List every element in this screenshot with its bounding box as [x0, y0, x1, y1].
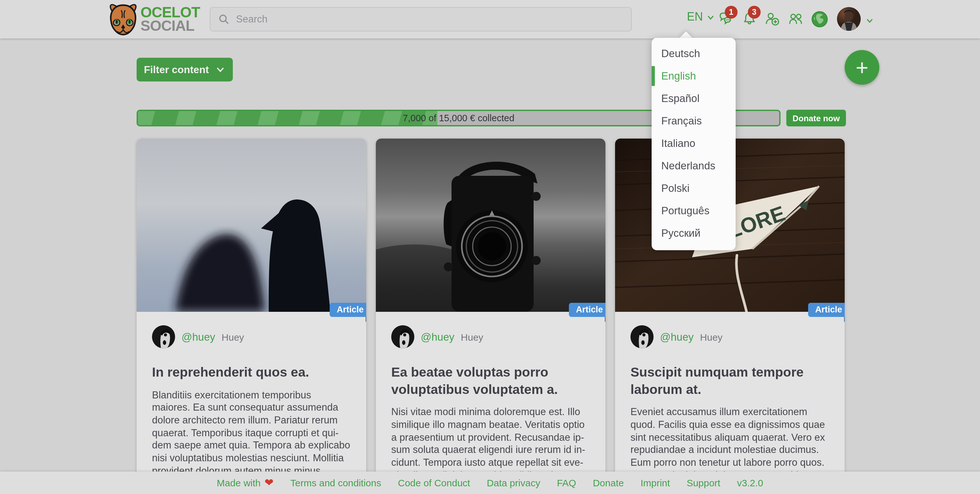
footer-link-faq[interactable]: FAQ [557, 477, 576, 488]
author-name: Huey [700, 331, 722, 342]
profile-avatar[interactable] [837, 7, 861, 31]
filter-content-label: Filter content [144, 64, 209, 75]
post-title[interactable]: Suscipit numquam tempore laborum at. [630, 364, 829, 398]
article-badge-fold [366, 317, 366, 322]
author-avatar [391, 325, 414, 348]
author-avatar [152, 325, 175, 348]
language-option-nederlands[interactable]: Nederlands [652, 155, 736, 177]
article-badge-label: Article [330, 303, 366, 317]
chat-count-badge: 1 [725, 6, 738, 19]
plus-icon: + [856, 55, 869, 80]
article-badge[interactable]: Article [569, 303, 605, 317]
article-badge[interactable]: Article [808, 303, 845, 317]
footer: Made with ❤ Terms and conditions Code of… [0, 472, 980, 494]
made-with-love: Made with ❤ [217, 476, 274, 489]
top-navbar: OCELOT SOCIAL EN 1 [0, 0, 980, 38]
brand-name: OCELOT SOCIAL [140, 6, 200, 33]
profile-chevron-icon[interactable] [865, 15, 875, 25]
author-handle: @huey [421, 331, 454, 343]
notification-count-badge: 3 [748, 6, 760, 19]
author-avatar [630, 325, 654, 348]
language-code: EN [687, 10, 703, 24]
made-with-label: Made with [217, 477, 261, 488]
language-option-italiano[interactable]: Italiano [652, 132, 736, 155]
post-body: @huey Huey Ea beatae voluptas porro volu… [376, 312, 605, 494]
language-option-english[interactable]: English [652, 65, 736, 87]
world-button[interactable] [811, 10, 829, 28]
language-menu: Deutsch English Español Français Italian… [652, 38, 736, 250]
groups-button[interactable] [788, 11, 803, 27]
article-badge-label: Article [569, 303, 605, 317]
post-title[interactable]: In reprehenderit quos ea. [152, 364, 351, 381]
post-card: Article @huey Huey In reprehenderit quos… [137, 139, 366, 494]
chat-button[interactable]: 1 [718, 11, 734, 27]
language-option-francais[interactable]: Français [652, 110, 736, 132]
language-option-deutsch[interactable]: Deutsch [652, 42, 736, 65]
footer-link-support[interactable]: Support [687, 477, 720, 488]
footer-link-donate[interactable]: Donate [593, 477, 624, 488]
author-handle: @huey [181, 331, 215, 343]
footer-link-imprint[interactable]: Imprint [640, 477, 670, 488]
post-body: @huey Huey In reprehenderit quos ea. Bla… [137, 312, 366, 494]
language-option-polski[interactable]: Polski [652, 177, 736, 199]
search-input[interactable] [236, 13, 624, 25]
page: OCELOT SOCIAL EN 1 [0, 0, 980, 494]
author-name: Huey [221, 331, 244, 342]
article-badge-fold [844, 317, 845, 322]
profile-avatar-image [837, 7, 861, 31]
filter-content-button[interactable]: Filter content [137, 58, 233, 81]
language-option-russkij[interactable]: Русский [652, 222, 736, 244]
post-title[interactable]: Ea beatae voluptas porro voluptatibus vo… [391, 364, 590, 398]
brand-line2: SOCIAL [140, 19, 200, 33]
language-option-espanol[interactable]: Español [652, 87, 736, 110]
globe-icon [811, 10, 829, 28]
article-badge[interactable]: Article [330, 303, 366, 317]
donate-now-button[interactable]: Donate now [786, 110, 846, 126]
brand-logo[interactable]: OCELOT SOCIAL [107, 3, 200, 36]
chevron-down-icon [705, 12, 716, 22]
post-image-birds[interactable] [137, 139, 366, 312]
add-friend-button[interactable] [765, 11, 781, 27]
chevron-down-icon [215, 64, 226, 75]
post-body: @huey Huey Suscipit numquam tempore labo… [615, 312, 845, 494]
heart-icon: ❤ [264, 476, 274, 489]
footer-link-terms[interactable]: Terms and conditions [290, 477, 381, 488]
post-author[interactable]: @huey Huey [391, 325, 590, 348]
ocelot-logo-icon [107, 3, 139, 36]
add-user-icon [765, 11, 781, 27]
article-badge-label: Article [808, 303, 845, 317]
footer-link-conduct[interactable]: Code of Conduct [398, 477, 470, 488]
post-image-camera[interactable] [376, 139, 605, 312]
notifications-button[interactable]: 3 [741, 11, 757, 27]
author-name: Huey [461, 331, 483, 342]
create-post-button[interactable]: + [845, 50, 879, 85]
post-card: Article @huey Huey Ea beatae voluptas po… [376, 139, 605, 494]
post-author[interactable]: @huey Huey [152, 325, 351, 348]
article-badge-fold [605, 317, 605, 322]
language-option-portugues[interactable]: Português [652, 199, 736, 222]
language-toggle[interactable]: EN [687, 10, 716, 24]
footer-link-privacy[interactable]: Data privacy [487, 477, 540, 488]
post-author[interactable]: @huey Huey [630, 325, 829, 348]
version-label: v3.2.0 [737, 477, 763, 488]
search-box[interactable] [210, 7, 632, 32]
author-handle: @huey [660, 331, 694, 343]
people-icon [788, 11, 803, 27]
search-icon [218, 13, 230, 25]
